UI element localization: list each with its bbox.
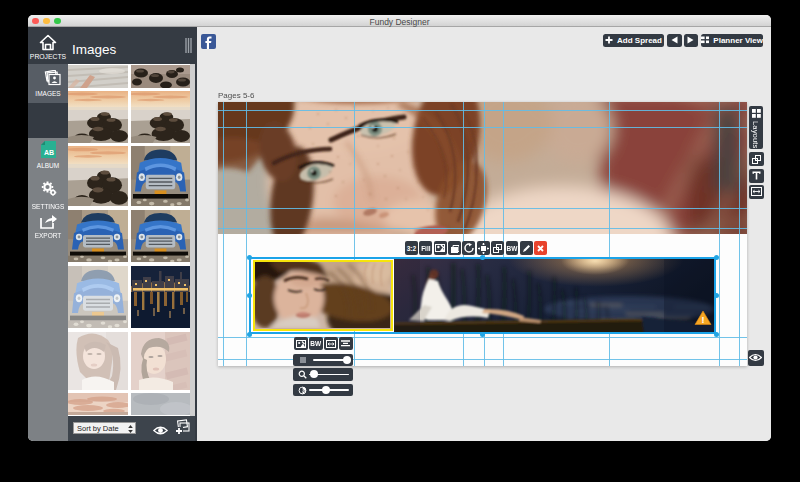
svg-text:AB: AB [44, 149, 54, 156]
svg-text:!: ! [702, 315, 705, 325]
